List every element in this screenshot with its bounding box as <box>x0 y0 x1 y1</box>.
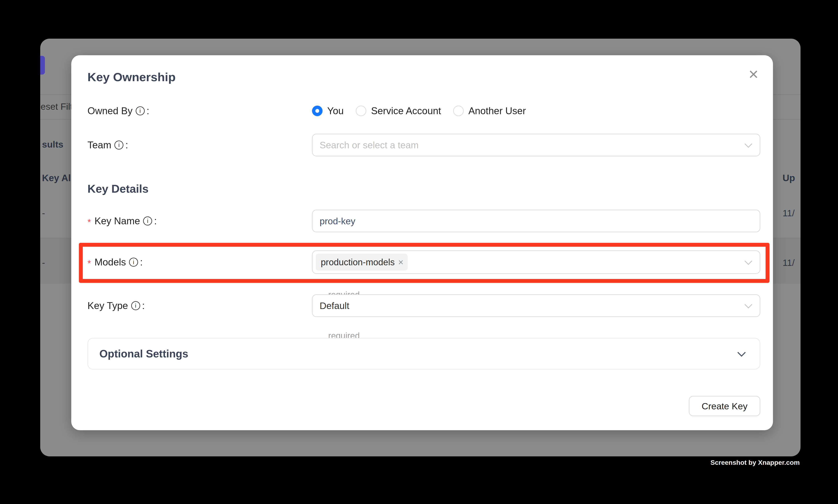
team-row: Team i : Search or select a team <box>88 134 760 156</box>
key-type-value: Default <box>320 301 349 311</box>
key-type-label: Key Type i : <box>88 300 312 311</box>
label-text: Key Type <box>88 300 128 311</box>
radio-option-service-account[interactable]: Service Account <box>356 105 441 116</box>
required-marker: * <box>88 217 91 228</box>
required-marker: * <box>88 258 91 269</box>
team-select[interactable]: Search or select a team <box>312 134 760 156</box>
models-row: * Models i : production-models × <box>88 250 760 274</box>
screenshot-canvas: eset Filt sults Key Alia Up - 11/ - 11/ … <box>0 0 838 504</box>
key-name-label: * Key Name i : <box>88 215 312 227</box>
radio-selected-icon[interactable] <box>312 106 323 116</box>
models-select[interactable]: production-models × <box>312 250 760 274</box>
radio-option-you[interactable]: You <box>312 105 344 116</box>
label-text: Key Name <box>94 215 140 227</box>
owned-by-label: Owned By i : <box>88 105 312 116</box>
label-colon: : <box>140 256 143 268</box>
reset-filters-button-partial[interactable]: eset Filt <box>41 101 73 112</box>
owned-by-radio-group: You Service Account Another User <box>312 105 760 116</box>
info-icon[interactable]: i <box>143 216 152 226</box>
owned-by-row: Owned By i : You Service Account Another… <box>88 104 760 117</box>
team-label: Team i : <box>88 139 312 151</box>
radio-unselected-icon[interactable] <box>453 106 464 116</box>
team-select-placeholder: Search or select a team <box>320 140 418 150</box>
selected-model-tag: production-models × <box>316 254 408 271</box>
partial-primary-button[interactable] <box>40 56 45 75</box>
key-name-row: * Key Name i : prod-key <box>88 210 760 233</box>
table-row-updated-cell: 11/ <box>783 257 795 268</box>
key-type-select[interactable]: Default <box>312 294 760 317</box>
info-icon[interactable]: i <box>136 106 145 115</box>
watermark-text: Screenshot by Xnapper.com <box>711 459 800 466</box>
label-text: Team <box>88 139 111 151</box>
chevron-down-icon <box>737 348 746 357</box>
table-header-updated: Up <box>783 173 795 183</box>
tag-remove-icon[interactable]: × <box>398 258 404 267</box>
table-row-alias-cell: - <box>42 257 45 268</box>
create-key-button[interactable]: Create Key <box>689 396 760 416</box>
close-icon[interactable]: × <box>745 65 763 83</box>
radio-label: You <box>327 105 344 116</box>
key-name-value: prod-key <box>320 216 355 227</box>
label-text: Models <box>94 256 126 268</box>
key-type-row: Key Type i : Default <box>88 294 760 317</box>
chevron-down-icon <box>745 140 752 148</box>
info-icon[interactable]: i <box>114 141 123 149</box>
chevron-down-icon <box>745 301 752 309</box>
info-icon[interactable]: i <box>129 258 138 267</box>
label-colon: : <box>147 105 149 116</box>
radio-label: Service Account <box>371 105 441 116</box>
modal-title: Key Ownership <box>88 70 176 84</box>
label-text: Owned By <box>88 105 132 116</box>
create-key-modal: Key Ownership × Owned By i : You Service… <box>71 55 773 430</box>
table-row-alias-cell: - <box>42 208 45 218</box>
results-count-partial: sults <box>42 139 64 150</box>
label-colon: : <box>142 300 145 311</box>
info-icon[interactable]: i <box>131 301 140 310</box>
key-details-heading: Key Details <box>88 182 148 195</box>
radio-unselected-icon[interactable] <box>356 106 366 116</box>
table-row-updated-cell: 11/ <box>783 208 795 218</box>
key-name-input[interactable]: prod-key <box>312 210 760 232</box>
chevron-down-icon <box>745 257 752 265</box>
label-colon: : <box>154 215 157 227</box>
optional-settings-toggle[interactable]: Optional Settings <box>88 338 760 370</box>
label-colon: : <box>125 139 128 151</box>
radio-option-another-user[interactable]: Another User <box>453 105 526 116</box>
models-label: * Models i : <box>88 256 312 268</box>
optional-settings-label: Optional Settings <box>100 347 188 360</box>
radio-label: Another User <box>468 105 526 116</box>
model-tag-label: production-models <box>321 257 395 267</box>
